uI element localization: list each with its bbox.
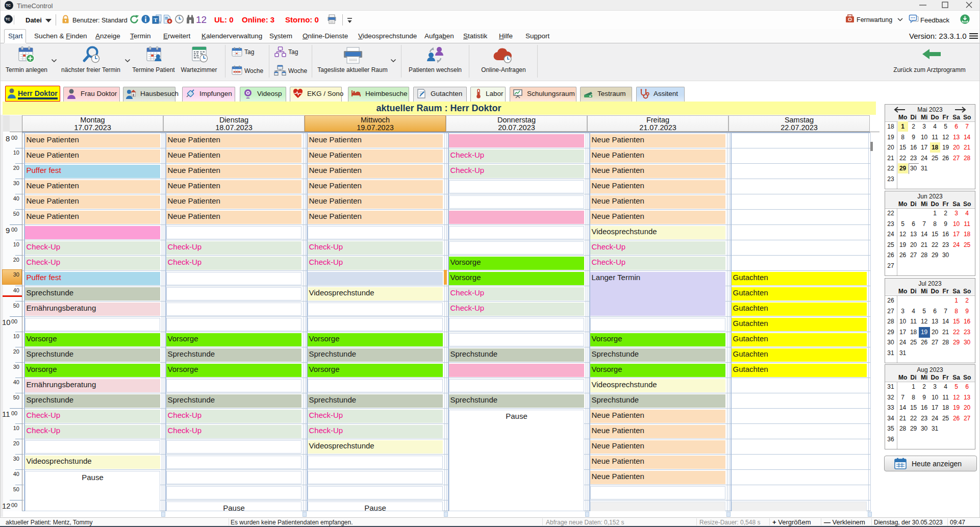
svg-text:T: T [154, 17, 158, 23]
